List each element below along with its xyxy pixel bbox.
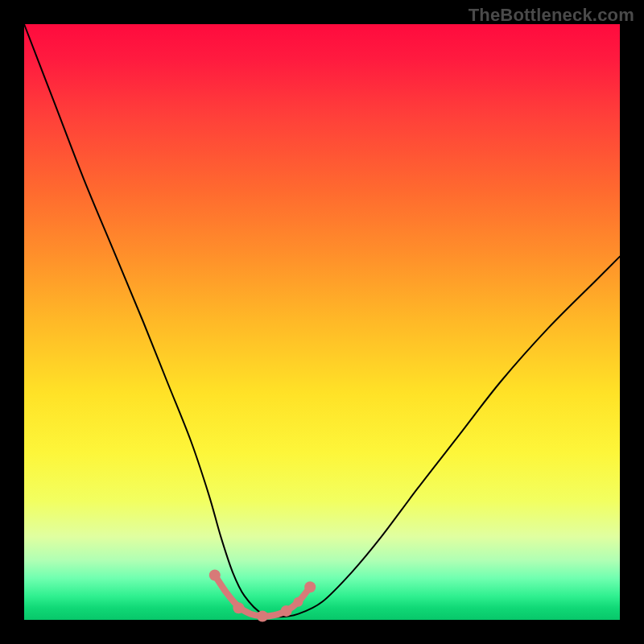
marker-dot xyxy=(257,611,268,622)
watermark-text: TheBottleneck.com xyxy=(469,5,634,26)
black-curve xyxy=(24,24,620,617)
marker-dot xyxy=(304,581,316,592)
marker-dot xyxy=(233,602,244,613)
marker-dot xyxy=(209,570,221,581)
curve-layer xyxy=(24,24,620,620)
marker-dot xyxy=(281,605,292,617)
chart-frame: TheBottleneck.com xyxy=(0,0,644,644)
marker-dot xyxy=(293,597,303,607)
